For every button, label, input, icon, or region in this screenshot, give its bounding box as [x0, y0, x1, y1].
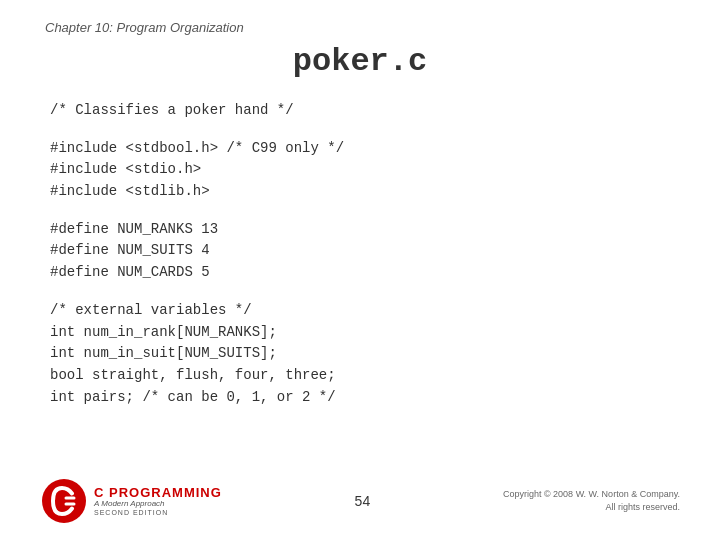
define-line-3: #define NUM_CARDS 5	[50, 262, 680, 284]
copyright-line-2: All rights reserved.	[605, 502, 680, 512]
code-defines: #define NUM_RANKS 13 #define NUM_SUITS 4…	[50, 219, 680, 284]
variable-line-4: int pairs; /* can be 0, 1, or 2 */	[50, 387, 680, 409]
chapter-title: Chapter 10: Program Organization	[45, 20, 680, 35]
svg-point-0	[42, 479, 86, 523]
page-number: 54	[355, 493, 371, 509]
copyright: Copyright © 2008 W. W. Norton & Company.…	[503, 488, 680, 515]
define-line-1: #define NUM_RANKS 13	[50, 219, 680, 241]
footer: C PROGRAMMING A Modern Approach SECOND E…	[0, 477, 720, 525]
variable-line-2: int num_in_suit[NUM_SUITS];	[50, 343, 680, 365]
code-block: /* Classifies a poker hand */ #include <…	[50, 100, 680, 408]
variable-line-1: int num_in_rank[NUM_RANKS];	[50, 322, 680, 344]
file-title: poker.c	[40, 43, 680, 80]
logo-edition-text: SECOND EDITION	[94, 509, 222, 517]
slide: Chapter 10: Program Organization poker.c…	[0, 0, 720, 540]
logo-sub-text: A Modern Approach	[94, 500, 222, 509]
include-line-2: #include <stdio.h>	[50, 159, 680, 181]
include-line-1: #include <stdbool.h> /* C99 only */	[50, 138, 680, 160]
code-includes: #include <stdbool.h> /* C99 only */ #inc…	[50, 138, 680, 203]
copyright-line-1: Copyright © 2008 W. W. Norton & Company.	[503, 489, 680, 499]
code-variables: /* external variables */ int num_in_rank…	[50, 300, 680, 408]
c-logo-icon	[40, 477, 88, 525]
code-comment-intro: /* Classifies a poker hand */	[50, 100, 680, 122]
logo-area: C PROGRAMMING A Modern Approach SECOND E…	[40, 477, 222, 525]
include-line-3: #include <stdlib.h>	[50, 181, 680, 203]
logo-text: C PROGRAMMING A Modern Approach SECOND E…	[94, 486, 222, 517]
logo-main-text: C PROGRAMMING	[94, 486, 222, 500]
variable-line-3: bool straight, flush, four, three;	[50, 365, 680, 387]
define-line-2: #define NUM_SUITS 4	[50, 240, 680, 262]
variables-comment: /* external variables */	[50, 300, 680, 322]
intro-comment: /* Classifies a poker hand */	[50, 100, 680, 122]
